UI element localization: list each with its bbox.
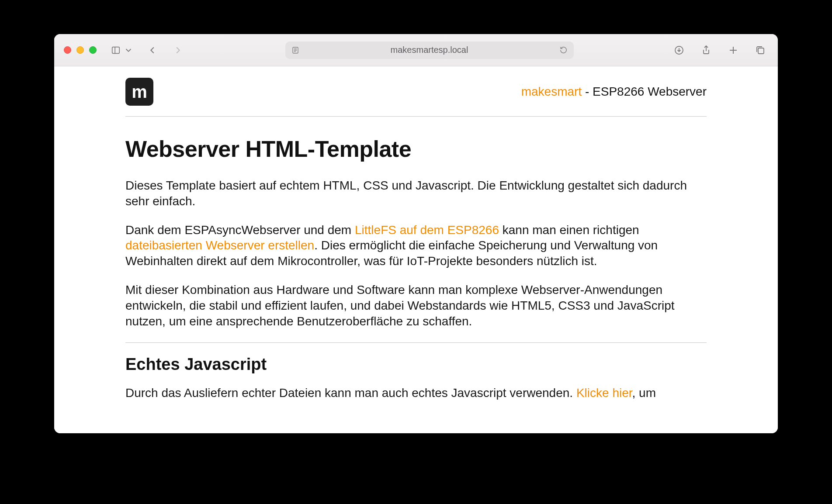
svg-rect-0 [112, 47, 120, 53]
page-title: Webserver HTML-Template [125, 136, 707, 162]
close-window-button[interactable] [64, 46, 71, 54]
reload-button[interactable] [559, 46, 568, 54]
new-tab-button[interactable] [725, 42, 741, 58]
minimize-window-button[interactable] [76, 46, 84, 54]
section-divider [125, 342, 707, 343]
url-text: makesmartesp.local [285, 45, 574, 55]
site-header: m makesmart - ESP8266 Webserver [125, 78, 707, 116]
header-divider [125, 116, 707, 117]
site-settings-icon[interactable] [291, 46, 299, 54]
site-logo[interactable]: m [125, 78, 153, 106]
sidebar-toggle-button[interactable] [108, 42, 124, 58]
tab-overview-button[interactable] [752, 42, 768, 58]
logo-letter: m [132, 82, 147, 102]
p2-text-pre: Dank dem ESPAsyncWebserver und dem [125, 223, 355, 237]
paragraph-2: Dank dem ESPAsyncWebserver und dem Littl… [125, 222, 707, 269]
section-title-js: Echtes Javascript [125, 355, 707, 374]
p2-text-mid: kann man einen richtigen [499, 223, 639, 237]
intro-paragraph: Dieses Template basiert auf echtem HTML,… [125, 178, 707, 209]
p4-text-pre: Durch das Ausliefern echter Dateien kann… [125, 386, 576, 400]
brand-link[interactable]: makesmart [521, 85, 582, 98]
nav-back-button[interactable] [145, 42, 160, 58]
downloads-button[interactable] [671, 42, 687, 58]
browser-titlebar: makesmartesp.local [54, 34, 778, 66]
page-viewport: m makesmart - ESP8266 Webserver Webserve… [54, 66, 778, 433]
browser-window: makesmartesp.local m [54, 34, 778, 433]
window-controls [64, 46, 97, 54]
paragraph-4: Durch das Ausliefern echter Dateien kann… [125, 385, 707, 401]
filebased-webserver-link[interactable]: dateibasierten Webserver erstellen [125, 238, 314, 252]
littlefs-link[interactable]: LittleFS auf dem ESP8266 [355, 223, 499, 237]
site-title: makesmart - ESP8266 Webserver [521, 85, 707, 99]
address-bar[interactable]: makesmartesp.local [285, 41, 574, 59]
paragraph-3: Mit dieser Kombination aus Hardware und … [125, 282, 707, 329]
share-button[interactable] [698, 42, 714, 58]
nav-forward-button[interactable] [170, 42, 186, 58]
p4-text-post: , um [632, 386, 656, 400]
click-here-link[interactable]: Klicke hier [576, 386, 632, 400]
page-content: m makesmart - ESP8266 Webserver Webserve… [125, 66, 707, 400]
maximize-window-button[interactable] [89, 46, 97, 54]
tab-group-dropdown[interactable] [124, 42, 133, 58]
title-suffix: - ESP8266 Webserver [582, 85, 707, 98]
svg-rect-10 [758, 48, 764, 54]
